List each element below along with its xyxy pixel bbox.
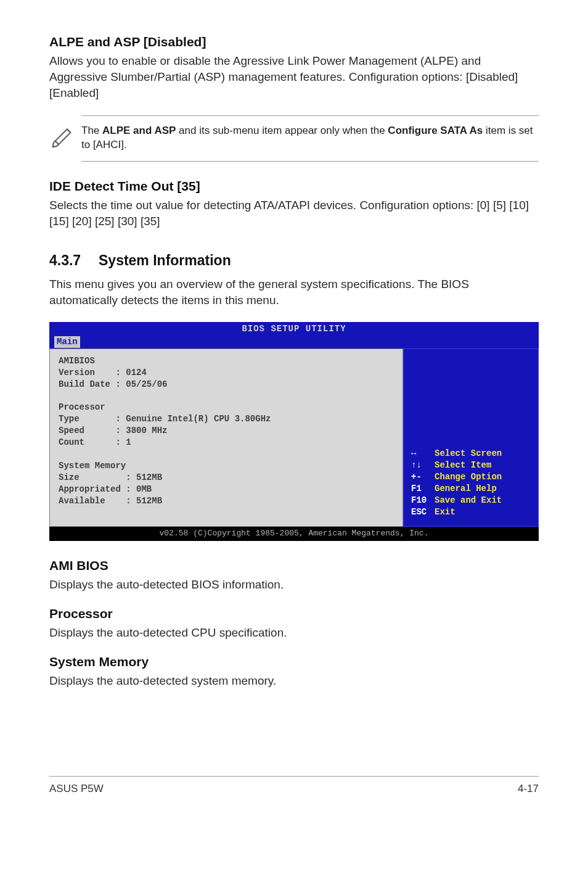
sysmem-heading: System Memory [49,654,539,669]
footer-model: ASUS P5W [49,783,104,795]
section-heading: 4.3.7System Information [49,252,539,269]
bios-key-hints: ↔Select Screen ↑↓Select Item +-Change Op… [411,448,502,518]
bios-tabbar: Main [49,336,539,349]
ide-body: Selects the time out value for detecting… [49,197,539,229]
bios-title: BIOS SETUP UTILITY [49,322,539,336]
footer-page-number: 4-17 [518,783,539,795]
bios-tab-main: Main [54,336,80,348]
bios-info-panel: AMIBIOS Version : 0124 Build Date : 05/2… [49,349,403,527]
alpe-title: ALPE and ASP [Disabled] [49,35,539,49]
bios-screenshot: BIOS SETUP UTILITY Main AMIBIOS Version … [49,322,539,541]
section-intro: This menu gives you an overview of the g… [49,276,539,308]
bios-help-panel: ↔Select Screen ↑↓Select Item +-Change Op… [403,349,539,527]
ide-title: IDE Detect Time Out [35] [49,179,539,194]
page-footer: ASUS P5W 4-17 [49,776,539,795]
pencil-icon [49,115,81,151]
processor-body: Displays the auto-detected CPU specifica… [49,625,539,641]
amibios-heading: AMI BIOS [49,558,539,573]
bios-copyright: v02.58 (C)Copyright 1985-2005, American … [49,527,539,541]
alpe-body: Allows you to enable or disable the Agre… [49,53,539,102]
note-box: The ALPE and ASP and its sub-menu item a… [49,115,539,162]
sysmem-body: Displays the auto-detected system memory… [49,673,539,689]
amibios-body: Displays the auto-detected BIOS informat… [49,577,539,593]
processor-heading: Processor [49,606,539,621]
note-text: The ALPE and ASP and its sub-menu item a… [81,115,539,162]
